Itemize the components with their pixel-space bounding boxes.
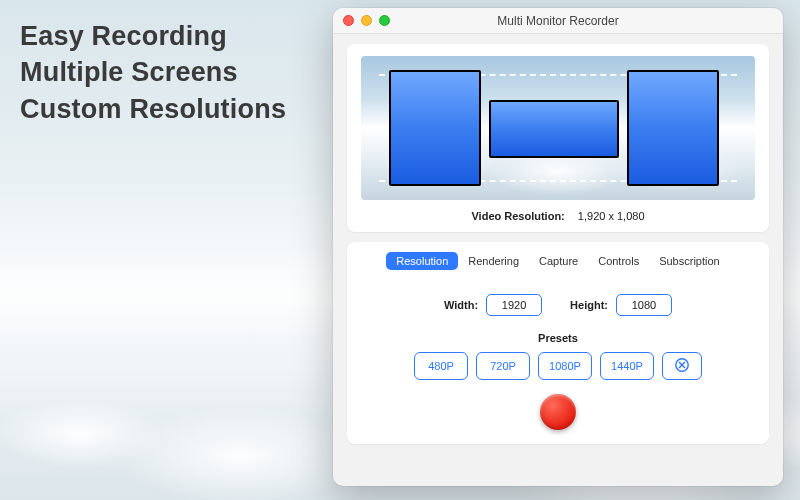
preset-clear-button[interactable]	[662, 352, 702, 380]
monitor-right[interactable]	[627, 70, 719, 186]
minimize-icon[interactable]	[361, 15, 372, 26]
zoom-icon[interactable]	[379, 15, 390, 26]
preset-1080p-button[interactable]: 1080P	[538, 352, 592, 380]
window-title: Multi Monitor Recorder	[333, 14, 783, 28]
marketing-headline: Easy Recording Multiple Screens Custom R…	[20, 18, 286, 127]
record-button[interactable]	[540, 394, 576, 430]
preset-720p-button[interactable]: 720P	[476, 352, 530, 380]
record-row	[347, 394, 769, 430]
tab-rendering[interactable]: Rendering	[458, 252, 529, 270]
close-icon[interactable]	[343, 15, 354, 26]
resolution-value: 1,920 x 1,080	[578, 210, 645, 222]
monitor-left[interactable]	[389, 70, 481, 186]
width-input[interactable]	[486, 294, 542, 316]
controls-card: Resolution Rendering Capture Controls Su…	[347, 242, 769, 444]
tab-resolution[interactable]: Resolution	[386, 252, 458, 270]
tab-capture[interactable]: Capture	[529, 252, 588, 270]
height-label: Height:	[570, 299, 608, 311]
tab-controls[interactable]: Controls	[588, 252, 649, 270]
monitor-middle[interactable]	[489, 100, 619, 158]
monitor-preview[interactable]	[361, 56, 755, 200]
traffic-lights	[343, 15, 390, 26]
titlebar: Multi Monitor Recorder	[333, 8, 783, 34]
resolution-readout: Video Resolution: 1,920 x 1,080	[361, 210, 755, 222]
preset-480p-button[interactable]: 480P	[414, 352, 468, 380]
app-window: Multi Monitor Recorder Video Resolution:…	[333, 8, 783, 486]
headline-line-1: Easy Recording	[20, 18, 286, 54]
resolution-label: Video Resolution:	[471, 210, 564, 222]
monitor-layout	[361, 56, 755, 200]
preset-1440p-button[interactable]: 1440P	[600, 352, 654, 380]
dimension-row: Width: Height:	[347, 294, 769, 316]
headline-line-2: Multiple Screens	[20, 54, 286, 90]
preview-card: Video Resolution: 1,920 x 1,080	[347, 44, 769, 232]
headline-line-3: Custom Resolutions	[20, 91, 286, 127]
window-content: Video Resolution: 1,920 x 1,080 Resoluti…	[333, 34, 783, 452]
clear-icon	[674, 357, 690, 376]
tab-subscription[interactable]: Subscription	[649, 252, 730, 270]
settings-tabs: Resolution Rendering Capture Controls Su…	[347, 242, 769, 278]
presets-title: Presets	[347, 332, 769, 344]
width-label: Width:	[444, 299, 478, 311]
presets-row: 480P 720P 1080P 1440P	[347, 352, 769, 380]
height-input[interactable]	[616, 294, 672, 316]
